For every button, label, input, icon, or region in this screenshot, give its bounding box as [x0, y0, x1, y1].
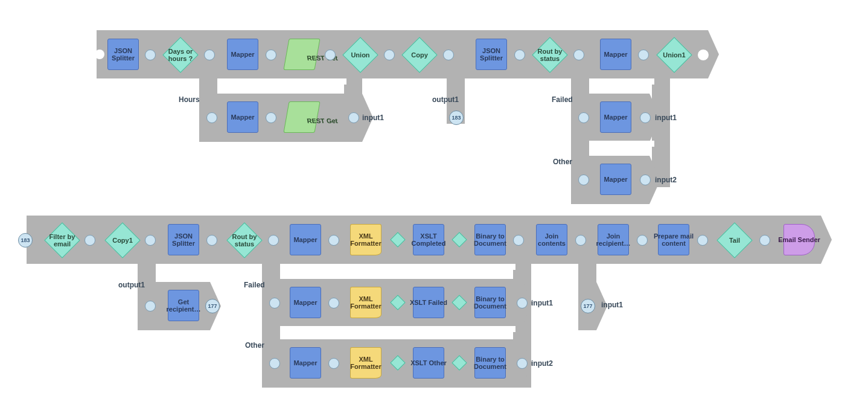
branch-out-input1: input1: [655, 114, 677, 122]
port[interactable]: [517, 358, 528, 369]
node-mapper[interactable]: Mapper: [290, 224, 321, 255]
node-mapper[interactable]: Mapper: [290, 287, 321, 318]
port[interactable]: [517, 298, 528, 309]
node-binary-to-document[interactable]: Binary to Document: [474, 347, 506, 379]
branch-out-input1: input1: [601, 301, 623, 309]
branch-out-input2: input2: [531, 359, 553, 368]
port[interactable]: [269, 298, 280, 309]
sep: [589, 141, 654, 147]
port[interactable]: [206, 112, 217, 123]
branch-label-other: Other: [245, 341, 264, 350]
port[interactable]: [759, 235, 770, 246]
port[interactable]: [328, 358, 339, 369]
node-join-recipient[interactable]: Join recipient…: [598, 224, 629, 255]
node-join-contents[interactable]: Join contents: [536, 224, 567, 255]
port-177-in[interactable]: 177: [581, 299, 595, 313]
port[interactable]: [513, 235, 524, 246]
node-mapper[interactable]: Mapper: [227, 101, 258, 133]
port[interactable]: [145, 301, 156, 312]
port[interactable]: [328, 235, 339, 246]
node-xslt-failed[interactable]: XSLT Failed: [413, 287, 444, 318]
node-email-sender[interactable]: Email Sender: [783, 224, 815, 255]
port[interactable]: [85, 235, 95, 246]
port[interactable]: [269, 358, 280, 369]
node-xml-formatter[interactable]: XML Formatter: [350, 347, 381, 379]
port[interactable]: [575, 235, 586, 246]
pipeline-canvas[interactable]: JSON Splitter Days or hours ? Mapper RES…: [0, 0, 868, 419]
node-get-recipient[interactable]: Get recipient…: [168, 290, 199, 321]
port[interactable]: [204, 50, 215, 60]
node-mapper[interactable]: Mapper: [600, 164, 631, 195]
node-json-splitter[interactable]: JSON Splitter: [476, 39, 507, 70]
port[interactable]: [578, 174, 589, 185]
node-mapper[interactable]: Mapper: [600, 101, 631, 133]
branch-label-failed: Failed: [244, 281, 265, 289]
branch-label-other: Other: [553, 158, 572, 166]
sep: [280, 264, 515, 270]
node-json-splitter[interactable]: JSON Splitter: [168, 224, 199, 255]
node-xslt-completed[interactable]: XSLT Completed: [413, 224, 444, 255]
node-rest-get[interactable]: REST Get: [283, 39, 320, 70]
branch-label-hours: Hours: [179, 95, 200, 104]
node-mapper[interactable]: Mapper: [290, 347, 321, 379]
port[interactable]: [640, 174, 651, 185]
node-xml-formatter[interactable]: XML Formatter: [350, 224, 381, 255]
branch-label-output1: output1: [118, 281, 145, 289]
node-rest-get[interactable]: REST Get: [283, 101, 320, 133]
branch-out-input1: input1: [362, 114, 384, 122]
port[interactable]: [697, 235, 708, 246]
port[interactable]: [638, 50, 649, 60]
port-183-in[interactable]: 183: [18, 233, 33, 248]
node-binary-to-document[interactable]: Binary to Document: [474, 287, 506, 318]
port[interactable]: [637, 235, 648, 246]
branch-out-input1: input1: [531, 299, 553, 307]
port[interactable]: [640, 112, 651, 123]
port[interactable]: [573, 50, 584, 60]
node-json-splitter[interactable]: JSON Splitter: [107, 39, 139, 70]
port[interactable]: [384, 50, 395, 60]
port[interactable]: [348, 112, 359, 123]
port[interactable]: [443, 50, 454, 60]
port[interactable]: [268, 235, 279, 246]
port-end[interactable]: [697, 49, 709, 61]
branch-label-output1: output1: [432, 95, 459, 104]
node-xml-formatter[interactable]: XML Formatter: [350, 287, 381, 318]
node-mapper[interactable]: Mapper: [600, 39, 631, 70]
node-xslt-other[interactable]: XSLT Other: [413, 347, 444, 379]
branch-out-input2: input2: [655, 176, 677, 184]
port[interactable]: [206, 235, 217, 246]
node-mapper[interactable]: Mapper: [227, 39, 258, 70]
port[interactable]: [266, 112, 276, 123]
port[interactable]: [266, 50, 276, 60]
branch-label-failed: Failed: [552, 95, 573, 104]
port[interactable]: [578, 112, 589, 123]
node-prepare-mail-content[interactable]: Prepare mail content: [658, 224, 689, 255]
port[interactable]: [325, 50, 336, 60]
port-177-out[interactable]: 177: [205, 299, 220, 313]
sep: [280, 326, 515, 332]
port-183[interactable]: 183: [449, 110, 464, 125]
branch-hours-bar: [199, 94, 362, 142]
port[interactable]: [145, 235, 156, 246]
port[interactable]: [145, 50, 156, 60]
sep: [589, 78, 654, 85]
port[interactable]: [514, 50, 525, 60]
node-binary-to-document[interactable]: Binary to Document: [474, 224, 506, 255]
sep: [217, 78, 346, 85]
port[interactable]: [328, 298, 339, 309]
